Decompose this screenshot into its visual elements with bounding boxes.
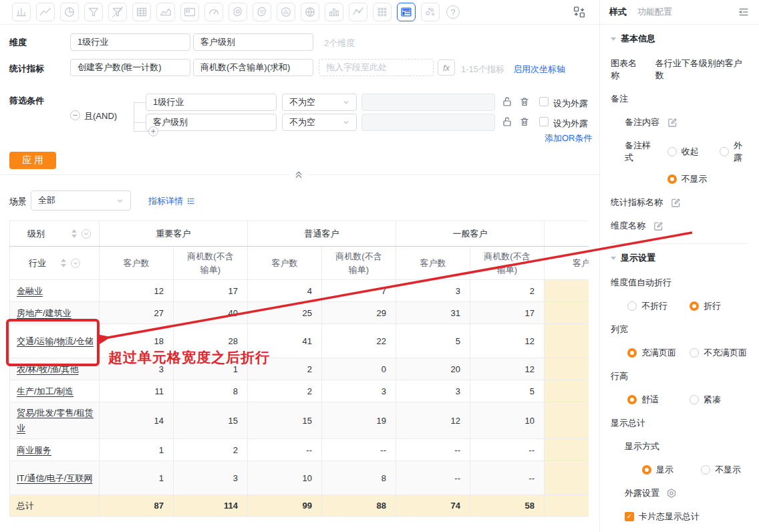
add-filter-icon[interactable] — [148, 126, 158, 136]
apply-button[interactable]: 应用 — [9, 152, 56, 169]
note-row: 备注 — [611, 93, 748, 105]
scene-select[interactable]: 全部 — [31, 190, 131, 211]
measure-drop-zone[interactable]: 拖入字段至此处 — [319, 59, 434, 76]
radio-wrap[interactable]: 折行 — [690, 300, 721, 312]
measure-field-1[interactable]: 创建客户数(唯一计数) — [70, 59, 190, 76]
note-style-row: 备注样式 收起 外露 不显示 — [611, 140, 748, 185]
table-cell: 27 — [100, 302, 174, 324]
edit-icon[interactable] — [671, 198, 681, 208]
add-or-condition-link[interactable]: 添加OR条件 — [545, 132, 593, 144]
column-menu-icon[interactable] — [71, 259, 80, 268]
table-cell: 29 — [322, 302, 396, 324]
tab-function-config[interactable]: 功能配置 — [637, 6, 672, 18]
radio-note-expose[interactable]: 外露 — [720, 140, 748, 164]
dimension-value-link[interactable]: 贸易/批发/零售/租赁业 — [17, 408, 94, 433]
filter-1-lock-icon[interactable] — [502, 96, 512, 107]
filter-1-value-input[interactable] — [361, 94, 495, 111]
china-map-icon[interactable] — [253, 3, 271, 21]
collapse-panel-icon[interactable] — [738, 6, 750, 18]
section-basic-header[interactable]: 基本信息 — [611, 33, 748, 45]
scatter-icon[interactable] — [421, 3, 440, 21]
bar-chart-icon[interactable] — [12, 3, 31, 21]
card-total-label: 卡片态显示总计 — [639, 511, 700, 523]
card-view-icon[interactable] — [180, 3, 199, 21]
filter-1-expose-label: 设为外露 — [553, 98, 588, 110]
filter-2-value-input[interactable] — [361, 114, 495, 131]
filter-1-operator-select[interactable]: 不为空 — [282, 94, 357, 111]
measure-field-2[interactable]: 商机数(不含输单)(求和) — [193, 59, 313, 76]
radio-icon — [690, 348, 699, 358]
col-width-label-row: 列宽 — [611, 323, 748, 336]
radio-not-full-page[interactable]: 不充满页面 — [690, 347, 747, 359]
radio-no-wrap[interactable]: 不折行 — [627, 300, 690, 312]
edit-icon[interactable] — [653, 221, 663, 231]
radio-note-collapse[interactable]: 收起 — [667, 140, 720, 164]
dimension-name-row: 维度名称 — [611, 220, 748, 232]
radio-hide-total[interactable]: 不显示 — [701, 464, 741, 476]
radio-show-total[interactable]: 显示 — [642, 464, 701, 476]
total-cell-truncated — [545, 495, 589, 517]
gauge-icon[interactable] — [204, 3, 223, 21]
dimension-value-link[interactable]: 商业服务 — [17, 445, 51, 455]
card-total-checkbox-option[interactable]: 卡片态显示总计 — [625, 511, 700, 523]
trend-line-icon[interactable] — [349, 3, 367, 21]
sort-icons[interactable] — [61, 259, 66, 267]
section-display-header[interactable]: 显示设置 — [611, 252, 748, 264]
dimension-field-1[interactable]: 1级行业 — [70, 33, 190, 51]
list-icon — [186, 196, 196, 206]
cross-table-icon[interactable] — [397, 3, 416, 21]
filter-2-field[interactable]: 客户级别 — [146, 114, 277, 131]
edit-icon[interactable] — [667, 118, 677, 128]
filter-1-field[interactable]: 1级行业 — [146, 94, 277, 111]
filter-2-expose-checkbox[interactable] — [539, 117, 549, 126]
dimension-value-link[interactable]: IT/通信/电子/互联网 — [17, 473, 92, 483]
filter-2-operator-select[interactable]: 不为空 — [282, 114, 357, 131]
corner-header-level: 级别 — [10, 221, 100, 247]
table-cell-truncated — [545, 280, 589, 302]
china-map-pie-icon[interactable] — [229, 3, 247, 21]
funnel-compare-icon[interactable] — [108, 3, 127, 21]
histogram-icon[interactable] — [325, 3, 343, 21]
collapse-config-icon[interactable] — [289, 168, 308, 180]
dimension-value-link[interactable]: 生产/加工/制造 — [17, 386, 73, 396]
world-map-bar-icon[interactable] — [277, 3, 295, 21]
sort-icons[interactable] — [71, 229, 77, 238]
pie-chart-icon[interactable] — [60, 3, 79, 21]
filter-2-lock-icon[interactable] — [502, 116, 512, 127]
filter-1-delete-icon[interactable] — [519, 96, 530, 107]
and-group-label: 且(AND) — [84, 110, 117, 122]
dimension-value-link[interactable]: 房地产/建筑业 — [17, 308, 71, 318]
help-icon[interactable]: ? — [446, 5, 460, 19]
tab-style[interactable]: 样式 — [609, 6, 627, 18]
dimension-field-2[interactable]: 客户级别 — [193, 33, 313, 51]
group-header-truncated — [545, 221, 589, 247]
radio-note-hidden[interactable]: 不显示 — [667, 173, 749, 185]
dimension-value-link[interactable]: 农/林/牧/渔/其他 — [17, 364, 78, 374]
line-chart-icon[interactable] — [36, 3, 55, 21]
filter-2-delete-icon[interactable] — [519, 116, 530, 127]
table-cell: 3 — [396, 380, 470, 402]
gear-icon[interactable] — [666, 488, 677, 499]
world-map-icon[interactable] — [301, 3, 319, 21]
radio-compact[interactable]: 紧凑 — [690, 394, 721, 406]
total-cell: 74 — [396, 495, 470, 517]
table-cell: 22 — [322, 324, 396, 358]
filter-2-field-text: 客户级别 — [153, 116, 188, 128]
secondary-axis-link[interactable]: 启用次坐标轴 — [513, 63, 565, 76]
filter-1-expose-checkbox[interactable] — [539, 97, 549, 106]
area-chart-icon[interactable] — [156, 3, 175, 21]
matrix-table-icon[interactable] — [373, 3, 392, 21]
indicator-detail-link[interactable]: 指标详情 — [148, 195, 196, 207]
radio-full-page[interactable]: 充满页面 — [627, 347, 690, 359]
table-cell: -- — [248, 439, 322, 461]
dimension-value-link[interactable]: 交通/运输/物流/仓储 — [17, 336, 94, 346]
dimension-value-link[interactable]: 金融业 — [17, 286, 43, 296]
remove-and-group-icon[interactable] — [70, 110, 80, 120]
subheader-truncated: 客户 — [545, 247, 589, 280]
radio-comfortable[interactable]: 舒适 — [627, 394, 690, 406]
column-menu-icon[interactable] — [82, 229, 91, 239]
funnel-icon[interactable] — [84, 3, 103, 21]
formula-fx-button[interactable]: fx — [438, 59, 455, 76]
data-table-icon[interactable] — [132, 3, 151, 21]
swap-rows-columns-icon[interactable] — [571, 5, 587, 21]
